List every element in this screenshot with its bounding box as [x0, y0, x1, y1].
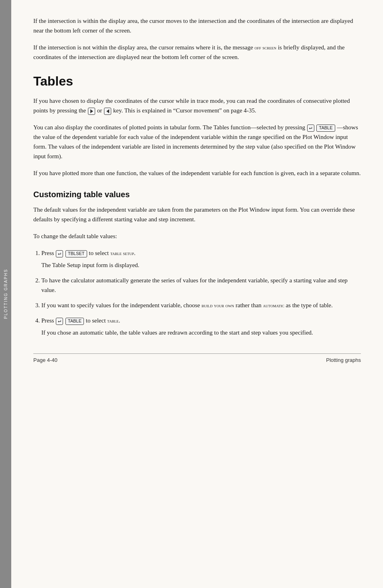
paragraph-5: If you have plotted more than one functi…: [33, 168, 361, 178]
arrow-right-key: [88, 108, 95, 115]
p3-or: or: [97, 107, 104, 114]
arrow-left-icon: [106, 109, 109, 113]
footer: Page 4-40 Plotting graphs: [33, 353, 361, 363]
step4-to-select: to select table.: [86, 317, 120, 324]
step1-sub-text: The Table Setup input form is displayed.: [41, 262, 139, 268]
table-setup-text: table setup: [110, 250, 134, 256]
paragraph-2: If the intersection is not within the di…: [33, 43, 361, 62]
step4-press: Press: [41, 317, 54, 324]
main-content: If the intersection is within the displa…: [11, 0, 383, 588]
enter-icon-step4: ↵: [58, 317, 61, 325]
enter-key-step1: ↵: [56, 250, 63, 257]
steps-list: Press ↵ TBLSET to select table setup. Th…: [41, 248, 361, 337]
side-bar-label: Plotting graphs: [4, 269, 8, 319]
step3-start: If you want to specify values for the in…: [41, 302, 333, 308]
paragraph-1: If the intersection is within the displa…: [33, 16, 361, 35]
step-1: Press ↵ TBLSET to select table setup. Th…: [41, 248, 361, 270]
enter-icon-step1: ↵: [58, 249, 61, 258]
paragraph-6: The default values for the independent v…: [33, 205, 361, 224]
p2-text-start: If the intersection is not within the di…: [33, 44, 344, 60]
p4-start: You can also display the coordinates of …: [33, 124, 307, 131]
paragraph-4: You can also display the coordinates of …: [33, 122, 361, 161]
step-2: To have the calculator automatically gen…: [41, 276, 361, 295]
table-key-step4: TABLE: [65, 318, 84, 325]
page-container: Plotting graphs If the intersection is w…: [0, 0, 383, 588]
table-text: table: [107, 318, 118, 324]
arrow-right-icon: [90, 109, 93, 113]
footer-right: Plotting graphs: [326, 357, 361, 363]
p7-text: To change the default table values:: [33, 233, 117, 239]
step4-subpara: If you chose an automatic table, the tab…: [41, 328, 361, 337]
step1-to-select: to select table setup.: [89, 250, 135, 256]
subsection-title: Customizing table values: [33, 190, 361, 199]
p5-text: If you have plotted more than one functi…: [33, 170, 361, 176]
automatic-text: automatic: [263, 302, 284, 308]
arrow-left-key: [104, 108, 111, 115]
enter-key-step4: ↵: [56, 318, 63, 325]
enter-key-inline1: ↵: [307, 125, 314, 132]
p1-text: If the intersection is within the displa…: [33, 18, 353, 34]
p3-end: key. This is explained in “Cursor moveme…: [113, 107, 257, 114]
step4-sub-text: If you chose an automatic table, the tab…: [41, 329, 313, 336]
step-4: Press ↵ TABLE to select table. If you ch…: [41, 316, 361, 337]
step1-subpara: The Table Setup input form is displayed.: [41, 260, 361, 270]
off-screen-text: off screen: [255, 45, 276, 51]
footer-left: Page 4-40: [33, 357, 57, 363]
paragraph-3: If you have chosen to display the coordi…: [33, 96, 361, 115]
enter-symbol-icon: ↵: [309, 124, 312, 132]
paragraph-7: To change the default table values:: [33, 231, 361, 241]
table-key-inline1: TABLE: [316, 125, 335, 132]
tblset-key: TBLSET: [65, 250, 87, 257]
build-own-text: build your own: [202, 302, 234, 308]
step2-text: To have the calculator automatically gen…: [41, 277, 348, 293]
side-bar: Plotting graphs: [0, 0, 11, 588]
section-title-tables: Tables: [33, 74, 361, 89]
p6-text: The default values for the independent v…: [33, 206, 355, 223]
step-3: If you want to specify values for the in…: [41, 300, 361, 310]
step1-press: Press: [41, 250, 54, 256]
